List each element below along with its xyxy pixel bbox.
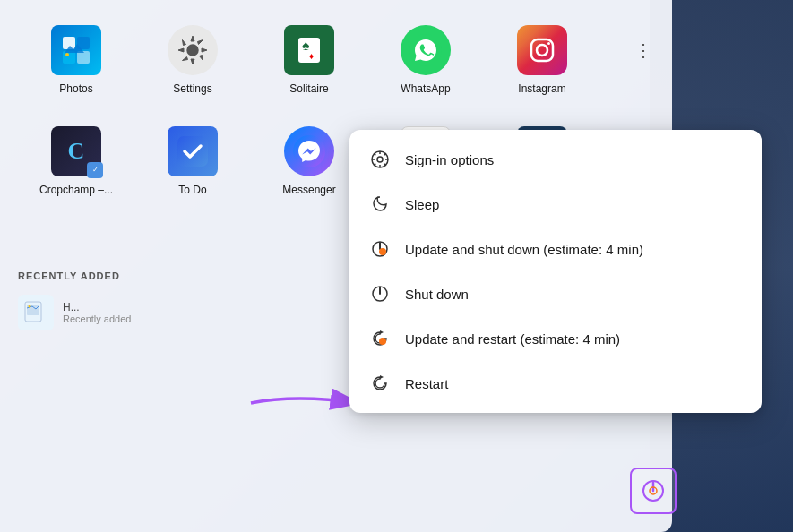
svg-point-16	[293, 135, 325, 167]
cropchamp-label: Cropchamp –...	[39, 184, 113, 198]
instagram-label: Instagram	[518, 82, 565, 97]
svg-line-44	[384, 153, 386, 155]
app-item-cropchamp[interactable]: C ✓ Cropchamp –...	[18, 117, 134, 205]
photos-label: Photos	[59, 82, 92, 97]
settings-label: Settings	[173, 82, 211, 97]
app-item-whatsapp[interactable]: WhatsApp	[367, 16, 484, 104]
photos-icon	[51, 25, 101, 75]
recently-item-icon	[18, 295, 54, 330]
menu-item-restart[interactable]: Restart	[349, 361, 762, 406]
svg-point-13	[537, 45, 547, 56]
recently-added-title: Recently added	[18, 269, 323, 282]
svg-point-5	[65, 53, 69, 56]
power-button-area	[630, 468, 677, 514]
svg-line-42	[374, 153, 375, 155]
menu-item-signin[interactable]: Sign-in options	[349, 137, 762, 182]
context-menu: Sign-in options Sleep Update and shut do…	[349, 130, 762, 413]
update-shutdown-label: Update and shut down (estimate: 4 min)	[405, 242, 643, 257]
cropchamp-icon: C ✓	[51, 126, 101, 176]
app-item-solitaire[interactable]: ♠ ♦ Solitaire	[251, 16, 367, 104]
app-item-instagram[interactable]: Instagram	[484, 16, 600, 104]
app-item-settings[interactable]: Settings	[134, 16, 251, 104]
settings-icon	[168, 25, 218, 75]
menu-item-update-restart[interactable]: Update and restart (estimate: 4 min)	[349, 316, 762, 361]
menu-item-sleep[interactable]: Sleep	[349, 182, 762, 227]
svg-rect-2	[63, 51, 75, 64]
whatsapp-icon	[401, 25, 451, 75]
sleep-icon	[369, 193, 391, 215]
recently-item-name: H...	[63, 301, 131, 313]
power-button[interactable]	[630, 468, 677, 514]
svg-point-34	[29, 305, 31, 308]
restart-icon	[369, 373, 391, 394]
app-item-photos[interactable]: Photos	[18, 16, 134, 104]
todo-icon	[168, 126, 218, 176]
menu-item-shutdown[interactable]: Shut down	[349, 271, 762, 316]
svg-rect-15	[177, 136, 208, 167]
svg-rect-3	[77, 51, 90, 64]
restart-label: Restart	[405, 376, 448, 391]
more-dots-icon: ⋮	[634, 40, 654, 60]
update-restart-label: Update and restart (estimate: 4 min)	[405, 331, 620, 347]
signin-label: Sign-in options	[405, 152, 494, 167]
svg-point-37	[377, 157, 383, 162]
svg-text:♦: ♦	[309, 51, 314, 61]
shutdown-label: Shut down	[405, 287, 469, 302]
recently-added-item[interactable]: H... Recently added	[18, 289, 323, 336]
menu-item-update-shutdown[interactable]: Update and shut down (estimate: 4 min)	[349, 227, 762, 271]
signin-icon	[369, 149, 391, 170]
sleep-label: Sleep	[405, 197, 439, 212]
svg-line-43	[384, 164, 386, 166]
whatsapp-label: WhatsApp	[401, 82, 450, 97]
recently-item-meta: Recently added	[63, 313, 131, 324]
svg-point-14	[547, 42, 550, 45]
solitaire-label: Solitaire	[289, 82, 328, 97]
recently-item-details: H... Recently added	[63, 301, 131, 324]
shutdown-icon	[369, 283, 391, 305]
messenger-icon	[284, 126, 334, 176]
update-shutdown-icon	[369, 238, 391, 260]
solitaire-icon: ♠ ♦	[284, 25, 334, 75]
messenger-label: Messenger	[282, 184, 335, 198]
instagram-icon	[517, 25, 567, 75]
app-item-todo[interactable]: To Do	[134, 117, 251, 205]
update-restart-icon	[369, 328, 391, 349]
more-options-button[interactable]: ⋮	[634, 39, 654, 61]
svg-line-45	[374, 164, 375, 166]
recently-added-section: Recently added H... Recently added	[0, 260, 340, 345]
app-grid-row1: Photos Settings ♠ ♦ Solitair	[0, 0, 672, 113]
todo-label: To Do	[178, 184, 206, 198]
